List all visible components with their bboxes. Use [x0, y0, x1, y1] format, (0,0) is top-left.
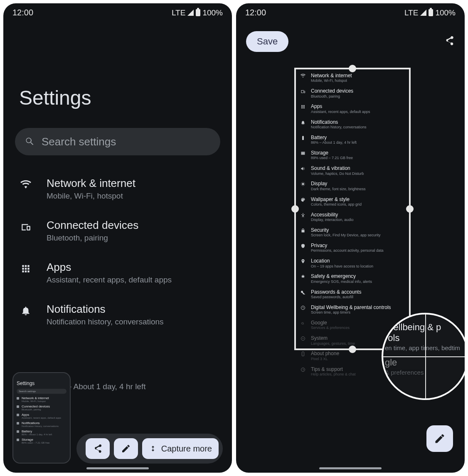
help-icon	[300, 366, 306, 372]
status-battery: 100%	[202, 8, 223, 17]
settings-item-bell[interactable]: Notifications Notification history, conv…	[15, 294, 220, 336]
settings-item-title: Notifications	[47, 303, 164, 316]
crop-handle-top[interactable]	[349, 65, 356, 72]
preview-row: Storage89% used – 7.21 GB free	[17, 438, 67, 444]
status-icons: LTE 100%	[404, 8, 456, 17]
settings-item-wifi[interactable]: Network & internet Mobile, Wi-Fi, hotspo…	[15, 168, 220, 210]
settings-item-title: Apps	[47, 261, 172, 274]
settings-item-apps[interactable]: Apps Assistant, recent apps, default app…	[15, 252, 220, 294]
gesture-bar[interactable]	[86, 467, 149, 469]
phone-right: 12:00 LTE 100% Save Network & internetMo…	[236, 3, 465, 473]
battery-sub-peek: - About 1 day, 4 hr left	[69, 382, 145, 391]
battery-icon	[196, 9, 200, 16]
settings-item-title: Connected devices	[47, 219, 138, 232]
settings-list: Network & internet Mobile, Wi-Fi, hotspo…	[3, 155, 232, 336]
capture-more-button[interactable]: Capture more	[142, 438, 219, 459]
share-icon	[93, 444, 103, 454]
mag-line1: Wellbeing & p	[385, 322, 465, 333]
preview-row: Connected devicesBluetooth, pairing	[17, 405, 67, 411]
capture-more-label: Capture more	[161, 444, 212, 454]
phone-icon	[300, 351, 306, 356]
status-icons: LTE 100%	[172, 8, 223, 17]
page-title: Settings	[3, 22, 232, 128]
crop-handle-right[interactable]	[406, 205, 414, 213]
mag-sub1: en time, app timers, bedtim	[385, 344, 465, 351]
save-button[interactable]: Save	[246, 31, 288, 52]
bell-icon	[19, 303, 32, 316]
pencil-icon	[434, 433, 446, 444]
pencil-icon	[121, 444, 131, 454]
status-network: LTE	[404, 8, 418, 17]
crop-handle-bottom[interactable]	[349, 346, 356, 353]
save-label: Save	[257, 36, 278, 47]
settings-item-subtitle: Mobile, Wi-Fi, hotspot	[47, 191, 135, 201]
screenshot-preview[interactable]: Settings Search settings Network & inter…	[12, 372, 71, 464]
share-button[interactable]	[444, 35, 455, 48]
settings-item-subtitle: Bluetooth, pairing	[47, 233, 138, 243]
mag-line2: rols	[385, 333, 465, 344]
crop-stage: Network & internetMobile, Wi-Fi, hotspot…	[294, 68, 440, 425]
status-bar: 12:00 LTE 100%	[236, 3, 465, 22]
settings-item-subtitle: Notification history, conversations	[47, 317, 164, 326]
phone-left: 12:00 LTE 100% Settings Search settings …	[3, 3, 232, 473]
expand-icon	[149, 444, 157, 453]
preview-row: Network & internetMobile, Wi-Fi, hotspot	[17, 396, 67, 402]
status-network: LTE	[172, 8, 185, 17]
preview-search: Search settings	[17, 389, 67, 394]
search-icon	[25, 137, 35, 147]
battery-icon	[429, 9, 433, 16]
crop-frame[interactable]	[294, 68, 411, 350]
share-button[interactable]	[86, 438, 110, 459]
status-bar: 12:00 LTE 100%	[3, 3, 232, 22]
settings-item-subtitle: Assistant, recent apps, default apps	[47, 275, 172, 285]
magnifier: Wellbeing & p rols en time, app timers, …	[382, 313, 465, 400]
status-battery: 100%	[435, 8, 456, 17]
apps-icon	[19, 261, 32, 274]
signal-icon	[420, 10, 426, 16]
preview-row: AppsAssistant, recent apps, default apps	[17, 413, 67, 419]
magnifier-crosshair-v	[425, 314, 426, 398]
status-time: 12:00	[12, 8, 33, 17]
mag-sub2: & preferences	[385, 369, 465, 376]
search-input[interactable]: Search settings	[15, 128, 220, 155]
editor-toolbar: Save	[236, 22, 465, 61]
signal-icon	[187, 10, 194, 16]
preview-row: NotificationsNotification history, conve…	[17, 421, 67, 427]
preview-title: Settings	[17, 380, 67, 386]
devices-icon	[19, 219, 32, 232]
share-icon	[444, 35, 455, 46]
crop-handle-left[interactable]	[291, 205, 299, 213]
preview-row: Battery86% – About 1 day, 4 hr left	[17, 429, 67, 436]
settings-item-title: Network & internet	[47, 177, 135, 190]
status-time: 12:00	[245, 8, 266, 17]
mag-line3: gle	[385, 357, 465, 368]
wifi-icon	[19, 177, 32, 190]
gesture-bar[interactable]	[319, 467, 382, 469]
settings-item-devices[interactable]: Connected devices Bluetooth, pairing	[15, 210, 220, 252]
magnifier-crosshair-h	[383, 356, 465, 357]
screenshot-action-bar: Capture more	[76, 434, 223, 464]
edit-fab[interactable]	[426, 425, 453, 452]
edit-button[interactable]	[114, 438, 138, 459]
search-placeholder: Search settings	[42, 135, 116, 148]
